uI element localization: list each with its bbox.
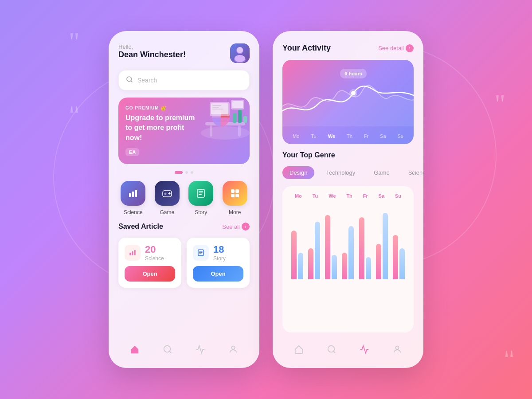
category-science[interactable]: Science xyxy=(118,181,148,215)
svg-rect-28 xyxy=(169,192,170,195)
saved-card-science: 20 Science Open xyxy=(118,238,181,288)
bar-blue-tu xyxy=(315,222,320,279)
avatar[interactable] xyxy=(230,43,250,63)
bar-blue-fr xyxy=(366,257,371,279)
nav-activity-icon[interactable] xyxy=(194,343,207,356)
premium-title: Upgrade to premium to get more profit no… xyxy=(125,113,196,143)
nav-profile-icon[interactable] xyxy=(227,343,239,356)
svg-rect-17 xyxy=(212,105,221,106)
bar-group-tu xyxy=(308,222,320,279)
category-game[interactable]: Game xyxy=(153,181,182,215)
search-icon xyxy=(126,76,133,85)
svg-rect-31 xyxy=(199,193,203,194)
svg-line-6 xyxy=(131,81,132,82)
open-story-button[interactable]: Open xyxy=(193,266,243,282)
chart-day-tu: Tu xyxy=(311,133,316,139)
svg-rect-30 xyxy=(199,191,203,192)
bar-pink-tu xyxy=(308,248,313,279)
greeting-block: Hello, Dean Winchester! xyxy=(118,43,186,59)
svg-rect-19 xyxy=(212,109,223,110)
bar-day-fr: Fr xyxy=(363,193,368,199)
bar-pink-mo xyxy=(291,231,297,279)
deco-quote-3: " xyxy=(495,89,506,119)
see-all-button[interactable]: See all › xyxy=(222,223,250,231)
svg-point-26 xyxy=(164,193,166,195)
see-all-arrow-icon: › xyxy=(242,223,250,231)
bar-pink-th xyxy=(342,253,347,279)
genre-tab-science[interactable]: Science xyxy=(401,166,423,179)
saved-article-title: Saved Article xyxy=(118,223,163,231)
right-bottom-nav xyxy=(282,340,414,356)
bar-day-th: Th xyxy=(346,193,352,199)
bar-day-mo: Mo xyxy=(295,193,302,199)
more-label: More xyxy=(229,209,241,215)
bar-chart-days: Mo Tu We Th Fr Sa Su xyxy=(289,193,407,199)
genre-tab-game[interactable]: Game xyxy=(367,166,396,179)
svg-point-49 xyxy=(328,346,335,352)
svg-rect-10 xyxy=(238,125,241,137)
svg-rect-24 xyxy=(135,190,137,197)
svg-point-48 xyxy=(349,89,357,97)
dot-2 xyxy=(185,171,188,174)
svg-rect-38 xyxy=(132,251,133,255)
see-detail-button[interactable]: See detail › xyxy=(378,44,414,52)
saved-cards: 20 Science Open 18 Story xyxy=(118,238,250,288)
deco-quote-1: " xyxy=(69,27,80,57)
open-science-button[interactable]: Open xyxy=(125,266,175,282)
svg-rect-39 xyxy=(134,250,136,255)
chart-day-we: We xyxy=(328,133,335,139)
genre-tab-technology[interactable]: Technology xyxy=(319,166,362,179)
chart-day-sa: Sa xyxy=(380,133,386,139)
svg-rect-36 xyxy=(235,194,239,197)
bar-blue-we xyxy=(332,255,337,279)
card-top-story: 18 Story xyxy=(193,244,243,262)
svg-rect-22 xyxy=(129,193,131,197)
nav-profile-right-icon[interactable] xyxy=(391,343,403,356)
bar-group-mo xyxy=(291,231,303,279)
more-icon xyxy=(223,181,247,206)
banner-dots xyxy=(118,171,250,174)
svg-rect-32 xyxy=(199,194,202,195)
chart-day-th: Th xyxy=(347,133,352,139)
nav-home-icon[interactable] xyxy=(129,343,141,356)
nav-activity-right-icon[interactable] xyxy=(358,343,371,356)
game-icon xyxy=(155,181,180,206)
category-grid: Science Game Sto xyxy=(118,181,250,215)
svg-rect-42 xyxy=(199,252,203,253)
search-input[interactable]: Search xyxy=(137,77,157,84)
svg-point-4 xyxy=(235,55,245,62)
bar-pink-we xyxy=(325,215,330,279)
svg-line-45 xyxy=(169,351,171,353)
genre-tab-design[interactable]: Design xyxy=(282,166,314,179)
activity-chart: 6 hours Mo Tu We Th Fr Sa Su xyxy=(282,60,414,144)
bar-pink-su xyxy=(393,235,398,279)
dot-3 xyxy=(191,171,193,174)
svg-rect-43 xyxy=(199,254,201,254)
category-more[interactable]: More xyxy=(220,181,250,215)
premium-illustration xyxy=(196,98,250,151)
bar-pink-fr xyxy=(359,217,364,279)
search-bar[interactable]: Search xyxy=(118,70,250,90)
genre-tabs: Design Technology Game Science xyxy=(282,166,414,179)
bar-group-we xyxy=(325,215,337,279)
nav-home-right-icon[interactable] xyxy=(293,343,305,356)
svg-rect-12 xyxy=(233,113,236,123)
nav-search-icon[interactable] xyxy=(161,343,174,356)
chart-tooltip: 6 hours xyxy=(340,69,367,78)
bar-blue-th xyxy=(348,226,354,279)
bar-group-su xyxy=(393,235,405,279)
nav-search-right-icon[interactable] xyxy=(325,343,338,356)
category-story[interactable]: Story xyxy=(186,181,216,215)
see-detail-arrow-icon: › xyxy=(406,44,414,52)
chart-days: Mo Tu We Th Fr Sa Su xyxy=(282,133,414,139)
deco-quote-4: " xyxy=(504,333,515,364)
svg-rect-9 xyxy=(210,125,212,137)
card-top-science: 20 Science xyxy=(125,244,175,262)
premium-banner[interactable]: GO PREMIUM 👑 Upgrade to premium to get m… xyxy=(118,98,250,164)
story-icon xyxy=(188,181,213,206)
bar-pink-sa xyxy=(376,244,381,279)
bar-group-fr xyxy=(359,217,371,279)
svg-rect-37 xyxy=(129,253,131,255)
bar-day-su: Su xyxy=(395,193,401,199)
bars-area xyxy=(289,204,407,279)
